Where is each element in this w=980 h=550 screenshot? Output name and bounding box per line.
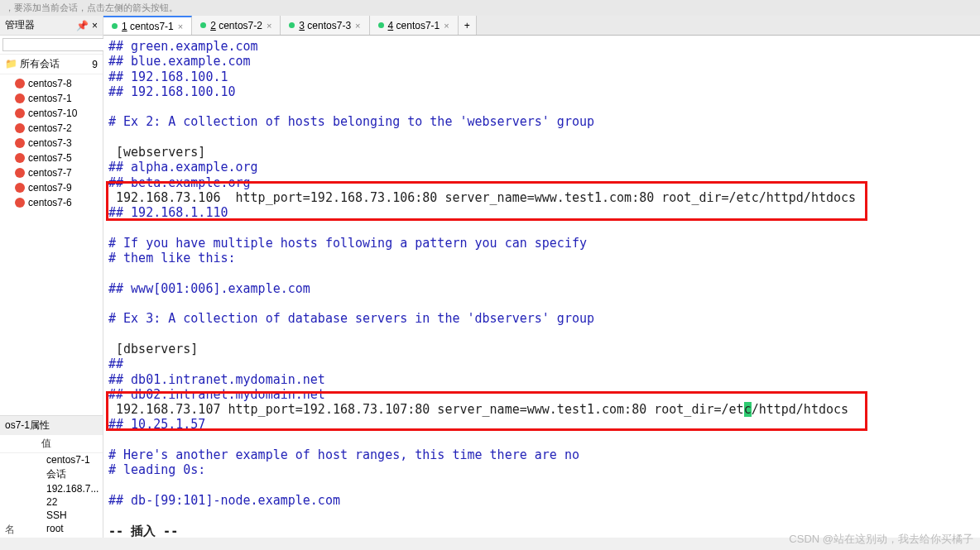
session-label: centos7-1 (28, 93, 72, 104)
terminal-line: # them like this: (108, 251, 980, 265)
status-dot-icon (289, 22, 295, 28)
tab-close-icon[interactable]: × (267, 21, 271, 31)
session-icon (15, 168, 25, 178)
session-item[interactable]: centos7-6 (0, 195, 103, 210)
session-icon (15, 108, 25, 118)
property-row: 22 (0, 495, 103, 509)
session-icon (15, 93, 25, 103)
terminal-line (108, 130, 980, 145)
tab-bar: 1 centos7-1×2 centos7-2×3 centos7-3×4 ce… (103, 16, 980, 36)
status-dot-icon (112, 23, 118, 29)
watermark: CSDN @站在这别动，我去给你买橘子 (789, 532, 973, 547)
status-dot-icon (378, 22, 384, 28)
terminal-line (108, 433, 980, 447)
terminal-line: [webservers] (108, 145, 980, 160)
terminal[interactable]: ## green.example.com## blue.example.com#… (103, 36, 980, 538)
session-label: centos7-5 (28, 152, 72, 164)
tab-label: 2 centos7-2 (210, 20, 262, 31)
terminal-line: ## beta.example.org (108, 175, 980, 190)
tab-centos7-1[interactable]: 4 centos7-1× (370, 16, 459, 35)
terminal-line: ## db01.intranet.mydomain.net (108, 372, 980, 387)
session-label: centos7-8 (28, 78, 72, 89)
property-row: centos7-1 (0, 453, 103, 466)
session-item[interactable]: centos7-5 (0, 151, 103, 165)
terminal-line: ## blue.example.com (108, 54, 980, 69)
session-icon (15, 183, 25, 193)
terminal-line (108, 265, 980, 280)
terminal-line: # Here's another example of host ranges,… (108, 447, 980, 462)
terminal-line: [dbservers] (108, 342, 980, 356)
session-icon (15, 123, 25, 133)
session-icon (15, 138, 25, 148)
terminal-line: 192.168.73.106 http_port=192.168.73.106:… (108, 190, 980, 205)
sessions-list: centos7-8centos7-1centos7-10centos7-2cen… (0, 74, 103, 212)
session-item[interactable]: centos7-8 (0, 76, 103, 91)
terminal-line (108, 296, 980, 311)
terminal-line: ## db02.intranet.mydomain.net (108, 387, 980, 402)
session-label: centos7-3 (28, 137, 72, 149)
session-item[interactable]: centos7-2 (0, 121, 103, 136)
session-icon (15, 79, 25, 88)
session-item[interactable]: centos7-10 (0, 106, 103, 121)
tab-label: 3 centos7-3 (299, 20, 351, 31)
session-item[interactable]: centos7-7 (0, 165, 103, 180)
all-sessions-header[interactable]: 📁 所有会话 9 (0, 55, 103, 74)
property-row: 名root (0, 522, 103, 538)
close-icon[interactable]: × (92, 20, 98, 31)
sidebar: 管理器 📌 × 🔍 📁 所有会话 9 centos7-8centos7-1cen… (0, 16, 103, 538)
tab-centos7-2[interactable]: 2 centos7-2× (192, 16, 281, 35)
session-item[interactable]: centos7-9 (0, 180, 103, 195)
terminal-line: ## 10.25.1.57 (108, 417, 980, 432)
terminal-line: ## 192.168.100.1 (108, 69, 980, 84)
tab-close-icon[interactable]: × (355, 21, 360, 31)
terminal-line: ## green.example.com (108, 39, 980, 54)
session-item[interactable]: centos7-3 (0, 136, 103, 151)
props-column-head: 值 (0, 435, 103, 453)
terminal-line (108, 327, 980, 342)
status-dot-icon (200, 22, 206, 28)
tab-close-icon[interactable]: × (444, 21, 449, 31)
session-item[interactable]: centos7-1 (0, 91, 103, 106)
hint-bar: ，要添加当前会话，点击左侧的箭头按钮。 (0, 0, 980, 16)
property-row: SSH (0, 509, 103, 522)
session-icon (15, 153, 25, 163)
session-label: centos7-2 (28, 122, 72, 134)
terminal-line: 192.168.73.107 http_port=192.168.73.107:… (108, 402, 980, 417)
terminal-line (108, 508, 980, 523)
session-label: centos7-6 (28, 197, 72, 208)
tab-close-icon[interactable]: × (178, 22, 183, 31)
tab-label: 4 centos7-1 (388, 20, 440, 31)
sessions-count: 9 (92, 59, 98, 70)
terminal-line: # If you have multiple hosts following a… (108, 236, 980, 251)
tab-centos7-3[interactable]: 3 centos7-3× (281, 16, 369, 35)
session-label: centos7-10 (28, 108, 77, 119)
terminal-line: ## 192.168.100.10 (108, 84, 980, 99)
property-row: 192.168.7... (0, 482, 103, 495)
session-label: centos7-9 (28, 182, 72, 194)
add-tab-button[interactable]: + (459, 16, 477, 35)
terminal-line: # Ex 3: A collection of database servers… (108, 311, 980, 326)
session-icon (15, 198, 25, 208)
terminal-line: # Ex 2: A collection of hosts belonging … (108, 114, 980, 129)
terminal-line: ## db-[99:101]-node.example.com (108, 493, 980, 508)
terminal-line (108, 478, 980, 493)
terminal-line: # leading 0s: (108, 462, 980, 477)
property-row: 会话 (0, 466, 103, 482)
terminal-line: ## 192.168.1.110 (108, 205, 980, 220)
properties-panel-title: os7-1属性 (0, 415, 103, 435)
pin-icon[interactable]: 📌 (76, 20, 89, 31)
terminal-line: ## (108, 356, 980, 371)
terminal-line: ## alpha.example.org (108, 160, 980, 175)
terminal-line (108, 99, 980, 114)
manager-title-text: 管理器 (5, 18, 35, 32)
tab-centos7-1[interactable]: 1 centos7-1× (103, 16, 192, 35)
manager-panel-title: 管理器 📌 × (0, 16, 103, 36)
session-label: centos7-7 (28, 167, 72, 179)
terminal-line: ## www[001:006].example.com (108, 281, 980, 296)
sessions-title: 所有会话 (20, 58, 60, 69)
tab-label: 1 centos7-1 (122, 21, 174, 32)
terminal-line (108, 221, 980, 236)
